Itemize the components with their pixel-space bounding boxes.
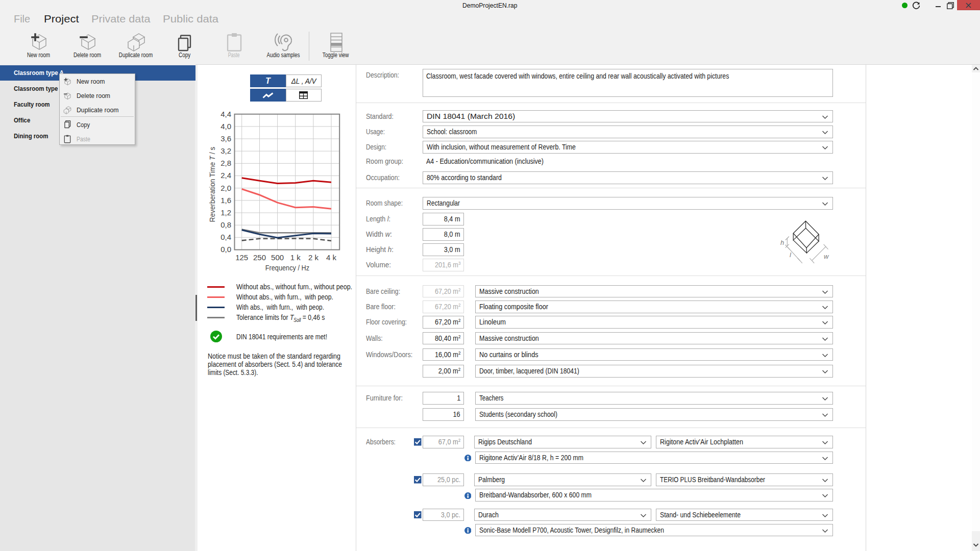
svg-text:0,0: 0,0 xyxy=(220,245,231,254)
svg-text:Frequency / Hz: Frequency / Hz xyxy=(265,263,309,272)
svg-text:250: 250 xyxy=(253,253,266,262)
svg-text:l: l xyxy=(790,251,792,259)
svg-text:w: w xyxy=(824,253,829,260)
svg-text:4,4: 4,4 xyxy=(220,110,231,118)
svg-text:3,2: 3,2 xyxy=(220,146,231,155)
svg-text:4 k: 4 k xyxy=(326,253,337,262)
svg-text:1,2: 1,2 xyxy=(220,208,231,217)
svg-text:2,8: 2,8 xyxy=(220,159,231,167)
svg-text:500: 500 xyxy=(271,253,284,262)
svg-text:2,4: 2,4 xyxy=(220,171,231,180)
svg-text:1,6: 1,6 xyxy=(220,196,231,205)
svg-text:125: 125 xyxy=(235,253,248,262)
svg-text:h: h xyxy=(780,239,784,246)
svg-text:Reverberation Time T / s: Reverberation Time T / s xyxy=(208,147,216,222)
svg-text:1 k: 1 k xyxy=(290,253,301,262)
svg-text:2 k: 2 k xyxy=(308,253,319,262)
svg-text:3,6: 3,6 xyxy=(220,134,231,143)
svg-text:4,0: 4,0 xyxy=(220,122,231,131)
svg-text:2,0: 2,0 xyxy=(220,184,231,192)
svg-text:0,8: 0,8 xyxy=(220,220,231,229)
svg-text:0,4: 0,4 xyxy=(220,233,231,241)
